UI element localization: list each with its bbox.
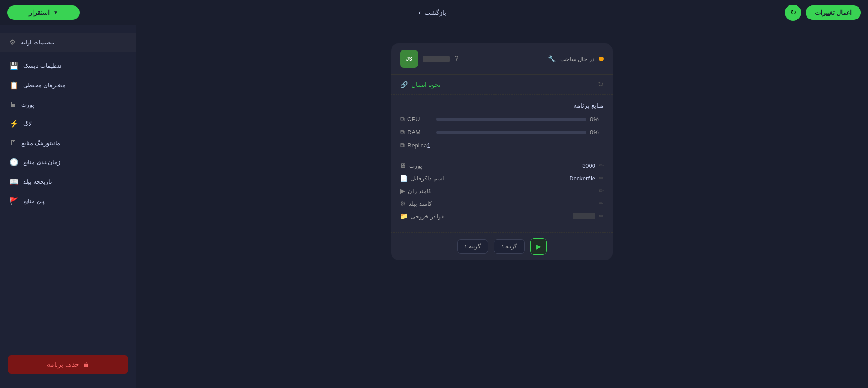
port-value: 3000 [582,162,595,169]
delete-btn-container: 🗑 حذف برنامه [0,348,136,381]
run-cmd-label: کامند ران [408,188,431,194]
sidebar-item-basic-settings[interactable]: تنظیمات اولیه ⚙ [0,33,136,52]
output-folder-row-right: فولدر خروجی 📁 [400,213,444,220]
ram-label: RAM [407,129,420,136]
sidebar-label-monitoring: مانیتورینگ منابع [21,140,60,147]
deploy-button[interactable]: ▼ استقرار [7,5,80,20]
card-header-right: ? JS [400,50,458,68]
dockerfile-value: Dockerfile [569,175,595,182]
sidebar-item-disk-settings[interactable]: تنظیمات دیسک 💾 [0,56,136,76]
cpu-progress-container [436,118,586,121]
apply-button[interactable]: اعمال تغییرات [806,5,861,20]
sidebar-label-build-history: تاریخچه بیلد [23,178,52,185]
dockerfile-icon: 📄 [400,175,408,182]
refresh-icon: ↻ [790,8,796,17]
dockerfile-row: ✏ Dockerfile اسم داکرفایل 📄 [400,175,604,182]
dockerfile-label: اسم داکرفایل [410,175,444,182]
clock-icon: 🕐 [9,158,19,166]
build-cmd-edit-icon[interactable]: ✏ [599,200,604,207]
green-action-icon: ▶ [536,243,541,250]
dockerfile-row-left: ✏ Dockerfile [569,175,604,182]
back-chevron-icon: › [418,9,420,17]
sidebar-item-monitoring[interactable]: مانیتورینگ منابع 🖥 [0,133,136,152]
cpu-row-right: CPU ⧉ [400,115,436,123]
cpu-row: 0% CPU ⧉ [400,115,604,123]
plan-icon: 🚩 [9,197,19,205]
refresh-button[interactable]: ↻ [785,5,801,21]
build-cmd-row: ✏ کامند بیلد ⚙ [400,200,604,207]
port-sidebar-icon: 🖥 [9,100,17,109]
run-cmd-row-left: ✏ [599,188,604,194]
replica-value: 1 [427,142,604,149]
replica-label: Replica [407,142,427,149]
sidebar-label-log: لاگ [23,120,32,127]
sidebar-label-scheduling: زمان‌بندی منابع [23,159,60,166]
cpu-row-left: 0% [436,116,604,123]
help-icon[interactable]: ? [454,55,458,63]
port-label: پورت [409,162,422,169]
port-row: ✏ 3000 پورت 🖥 [400,162,604,169]
sidebar-item-env-vars[interactable]: متغیرهای محیطی 📋 [0,76,136,95]
output-folder-edit-icon[interactable]: ✏ [599,213,604,219]
deploy-chevron-icon: ▼ [53,10,58,15]
connection-row: ↻ نحوه اتصال 🔗 [391,75,613,95]
wrench-icon: 🔧 [548,55,556,62]
run-cmd-icon: ▶ [400,187,405,194]
replica-right: Replica ⧉ [400,142,427,149]
port-row-right: پورت 🖥 [400,162,422,169]
build-cmd-label: کامند بیلد [409,200,432,207]
delete-button[interactable]: 🗑 حذف برنامه [8,355,128,374]
action-1-label: گزینه ۱ [501,243,517,250]
trash-icon: 🗑 [83,361,89,368]
card-header: در حال ساخت 🔧 ? JS [391,43,613,75]
sidebar-item-plan[interactable]: پلن منابع 🚩 [0,191,136,211]
run-cmd-row-right: کامند ران ▶ [400,187,431,194]
green-action-btn[interactable]: ▶ [530,238,547,255]
disk-icon: 💾 [9,62,19,70]
action-button-2[interactable]: گزینه ۲ [457,239,488,254]
top-bar-right: ▼ استقرار [7,5,80,20]
run-cmd-row: ✏ کامند ران ▶ [400,187,604,194]
sidebar-label-plan: پلن منابع [23,198,45,204]
sidebar-item-scheduling[interactable]: زمان‌بندی منابع 🕐 [0,152,136,172]
app-name-blurred [423,56,450,62]
port-row-left: ✏ 3000 [582,162,604,169]
building-status: در حال ساخت [560,56,594,62]
card-bottom: ▶ گزینه ۱ گزینه ۲ [391,232,613,260]
replica-copy-icon[interactable]: ⧉ [400,142,405,149]
card-header-left: در حال ساخت 🔧 [548,55,604,62]
run-cmd-edit-icon[interactable]: ✏ [599,188,604,194]
sidebar-label-env-vars: متغیرهای محیطی [23,82,66,89]
sidebar-item-build-history[interactable]: تاریخچه بیلد 📖 [0,172,136,191]
action-2-label: گزینه ۲ [465,243,481,250]
port-edit-icon[interactable]: ✏ [599,162,604,169]
output-folder-label: فولدر خروجی [410,213,444,220]
top-bar-center: بازگشت › [418,9,446,17]
folder-icon: 📁 [400,213,408,220]
back-label: بازگشت [425,9,446,16]
refresh-small-icon[interactable]: ↻ [598,80,604,89]
ram-row: 0% RAM ⧉ [400,128,604,136]
app-card: در حال ساخت 🔧 ? JS ↻ نحوه اتصال 🔗 [391,43,613,260]
sidebar-label-disk-settings: تنظیمات دیسک [23,62,61,69]
resources-section: منابع برنامه 0% CPU ⧉ [391,95,613,162]
main-layout: در حال ساخت 🔧 ? JS ↻ نحوه اتصال 🔗 [0,25,868,388]
cpu-percent: 0% [590,116,604,123]
monitor-icon: 🖥 [9,139,17,147]
ram-row-left: 0% [436,129,604,136]
ram-copy-icon[interactable]: ⧉ [400,128,405,136]
content-area: در حال ساخت 🔧 ? JS ↻ نحوه اتصال 🔗 [136,25,868,388]
nodejs-label: JS [406,56,412,62]
cpu-copy-icon[interactable]: ⧉ [400,115,405,123]
build-cmd-row-right: کامند بیلد ⚙ [400,200,432,207]
ram-progress-container [436,131,586,134]
dockerfile-edit-icon[interactable]: ✏ [599,175,604,181]
sidebar-item-port[interactable]: پورت 🖥 [0,95,136,114]
link-icon: 🔗 [400,81,408,88]
action-button-1[interactable]: گزینه ۱ [494,239,525,254]
history-icon: 📖 [9,177,19,186]
sidebar-item-log[interactable]: لاگ ⚡ [0,114,136,133]
output-folder-row: ✏ فولدر خروجی 📁 [400,213,604,220]
status-dot [599,57,604,61]
connection-label: نحوه اتصال [411,81,441,88]
